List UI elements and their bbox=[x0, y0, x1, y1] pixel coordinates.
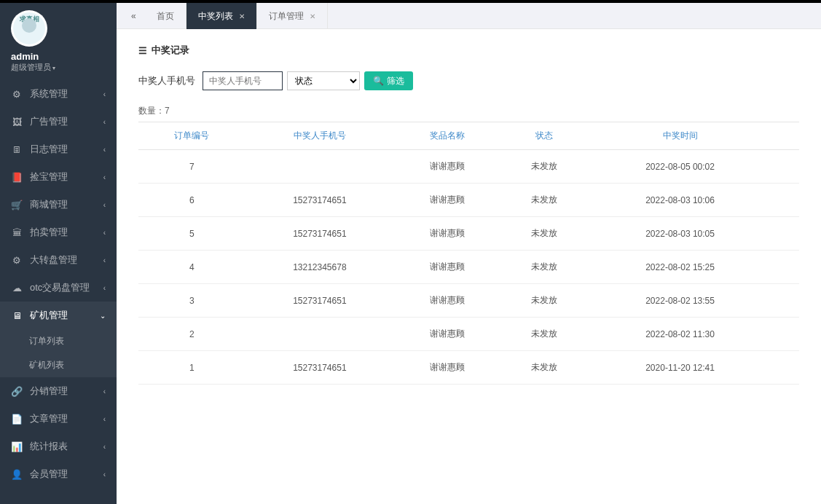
nav-icon: ⚙ bbox=[11, 255, 23, 266]
panel-title-text: 中奖记录 bbox=[152, 44, 189, 57]
nav-icon: 🔗 bbox=[11, 386, 23, 397]
cell-phone: 13212345678 bbox=[245, 251, 395, 284]
cell-phone: 15273174651 bbox=[245, 351, 395, 385]
cell-id: 6 bbox=[138, 184, 245, 217]
cell-id: 4 bbox=[138, 251, 245, 284]
nav-item-10[interactable]: 📄文章管理‹ bbox=[0, 405, 117, 433]
table-row: 2谢谢惠顾未发放2022-08-02 11:30 bbox=[138, 318, 799, 351]
nav-item-0[interactable]: ⚙系统管理‹ bbox=[0, 80, 117, 108]
tab-0[interactable]: 首页 bbox=[145, 3, 186, 29]
table-row: 515273174651谢谢惠顾未发放2022-08-03 10:05 bbox=[138, 217, 799, 251]
cell-time: 2022-08-02 13:55 bbox=[588, 284, 773, 318]
nav-item-label: otc交易盘管理 bbox=[30, 281, 90, 294]
nav-item-label: 捡宝管理 bbox=[30, 170, 68, 184]
nav-item-12[interactable]: 👤会员管理‹ bbox=[0, 460, 117, 488]
main-area: « 首页中奖列表✕订单管理✕ ☰ 中奖记录 中奖人手机号 状态 🔍 筛选 数 bbox=[117, 3, 821, 504]
table-row: 315273174651谢谢惠顾未发放2022-08-02 13:55 bbox=[138, 284, 799, 318]
nav-item-label: 分销管理 bbox=[30, 385, 68, 398]
nav-item-label: 大转盘管理 bbox=[30, 253, 77, 267]
tab-2[interactable]: 订单管理✕ bbox=[257, 3, 328, 29]
cell-id: 1 bbox=[138, 351, 245, 385]
table-header-4[interactable]: 中奖时间 bbox=[588, 122, 773, 150]
nav-icon: 🛒 bbox=[11, 200, 23, 210]
nav-item-label: 系统管理 bbox=[30, 87, 68, 101]
cell-prize: 谢谢惠顾 bbox=[394, 217, 501, 251]
table-row: 615273174651谢谢惠顾未发放2022-08-03 10:06 bbox=[138, 184, 799, 217]
cell-actions bbox=[772, 217, 799, 251]
nav-sub-item-1[interactable]: 矿机列表 bbox=[0, 353, 117, 377]
cell-prize: 谢谢惠顾 bbox=[394, 318, 501, 351]
filter-button[interactable]: 🔍 筛选 bbox=[364, 71, 413, 90]
nav-item-label: 日志管理 bbox=[30, 143, 68, 156]
status-filter-select[interactable]: 状态 bbox=[287, 71, 360, 90]
cell-actions bbox=[772, 284, 799, 318]
cell-time: 2022-08-03 10:05 bbox=[588, 217, 773, 251]
filter-button-label: 筛选 bbox=[387, 75, 404, 87]
chevron-left-icon: ‹ bbox=[103, 470, 106, 479]
table-header-2[interactable]: 奖品名称 bbox=[394, 122, 501, 150]
chevron-left-icon: ‹ bbox=[103, 201, 106, 209]
nav-item-label: 拍卖管理 bbox=[30, 226, 68, 239]
user-role-dropdown[interactable]: 超级管理员 bbox=[11, 62, 106, 73]
cell-id: 5 bbox=[138, 217, 245, 251]
nav-icon: ⚙ bbox=[11, 89, 23, 100]
cell-status: 未发放 bbox=[501, 251, 588, 284]
chevron-left-icon: ‹ bbox=[103, 90, 106, 98]
avatar[interactable]: 求真相 bbox=[11, 10, 47, 47]
chevron-left-icon: ‹ bbox=[103, 146, 106, 154]
cell-actions bbox=[772, 150, 799, 184]
cell-id: 3 bbox=[138, 284, 245, 318]
nav-item-label: 广告管理 bbox=[30, 115, 68, 128]
cell-time: 2022-08-02 11:30 bbox=[588, 318, 773, 351]
cell-phone bbox=[245, 318, 395, 351]
panel-title: ☰ 中奖记录 bbox=[138, 44, 799, 57]
phone-filter-input[interactable] bbox=[203, 71, 283, 90]
chevron-left-icon: ‹ bbox=[103, 173, 106, 181]
close-icon[interactable]: ✕ bbox=[310, 12, 315, 20]
nav-sub-item-0[interactable]: 订单列表 bbox=[0, 329, 117, 353]
nav-sub-list: 订单列表矿机列表 bbox=[0, 329, 117, 377]
cell-status: 未发放 bbox=[501, 351, 588, 385]
nav-item-8[interactable]: 🖥矿机管理⌄ bbox=[0, 302, 117, 329]
nav-item-9[interactable]: 🔗分销管理‹ bbox=[0, 377, 117, 405]
cell-actions bbox=[772, 351, 799, 385]
nav-item-5[interactable]: 🏛拍卖管理‹ bbox=[0, 218, 117, 246]
cell-status: 未发放 bbox=[501, 318, 588, 351]
cell-time: 2022-08-02 15:25 bbox=[588, 251, 773, 284]
cell-id: 7 bbox=[138, 150, 245, 184]
table-header-3[interactable]: 状态 bbox=[501, 122, 588, 150]
tab-1[interactable]: 中奖列表✕ bbox=[186, 3, 257, 29]
nav-item-1[interactable]: 🖼广告管理‹ bbox=[0, 108, 117, 135]
close-icon[interactable]: ✕ bbox=[239, 12, 245, 20]
cell-time: 2022-08-05 00:02 bbox=[588, 150, 773, 184]
nav-item-7[interactable]: ☁otc交易盘管理‹ bbox=[0, 274, 117, 302]
cell-actions bbox=[772, 251, 799, 284]
filter-label: 中奖人手机号 bbox=[138, 74, 195, 87]
cell-prize: 谢谢惠顾 bbox=[394, 351, 501, 385]
nav-icon: 🗏 bbox=[11, 144, 23, 155]
nav-item-label: 商城管理 bbox=[30, 198, 68, 211]
cell-prize: 谢谢惠顾 bbox=[394, 184, 501, 217]
nav-item-4[interactable]: 🛒商城管理‹ bbox=[0, 191, 117, 218]
search-icon: 🔍 bbox=[373, 76, 384, 86]
sidebar: 求真相 admin 超级管理员 ⚙系统管理‹🖼广告管理‹🗏日志管理‹📕捡宝管理‹… bbox=[0, 3, 117, 504]
nav-item-6[interactable]: ⚙大转盘管理‹ bbox=[0, 246, 117, 274]
content-panel: ☰ 中奖记录 中奖人手机号 状态 🔍 筛选 数量：7 订单编号中奖人手机号奖品名… bbox=[117, 29, 821, 504]
table-row: 413212345678谢谢惠顾未发放2022-08-02 15:25 bbox=[138, 251, 799, 284]
cell-phone: 15273174651 bbox=[245, 184, 395, 217]
count-label: 数量：7 bbox=[138, 105, 799, 117]
nav-item-2[interactable]: 🗏日志管理‹ bbox=[0, 135, 117, 163]
cell-prize: 谢谢惠顾 bbox=[394, 150, 501, 184]
table-header-1[interactable]: 中奖人手机号 bbox=[245, 122, 395, 150]
table-header-0[interactable]: 订单编号 bbox=[138, 122, 245, 150]
cell-time: 2020-11-20 12:41 bbox=[588, 351, 773, 385]
tabs-back-button[interactable]: « bbox=[122, 11, 145, 21]
chevron-left-icon: ‹ bbox=[103, 415, 106, 423]
cell-phone: 15273174651 bbox=[245, 284, 395, 318]
list-icon: ☰ bbox=[138, 45, 147, 56]
prize-table: 订单编号中奖人手机号奖品名称状态中奖时间 7谢谢惠顾未发放2022-08-05 … bbox=[138, 122, 799, 385]
nav-item-3[interactable]: 📕捡宝管理‹ bbox=[0, 163, 117, 191]
table-header-5[interactable] bbox=[772, 122, 799, 150]
chevron-left-icon: ‹ bbox=[103, 284, 106, 292]
nav-item-11[interactable]: 📊统计报表‹ bbox=[0, 433, 117, 460]
